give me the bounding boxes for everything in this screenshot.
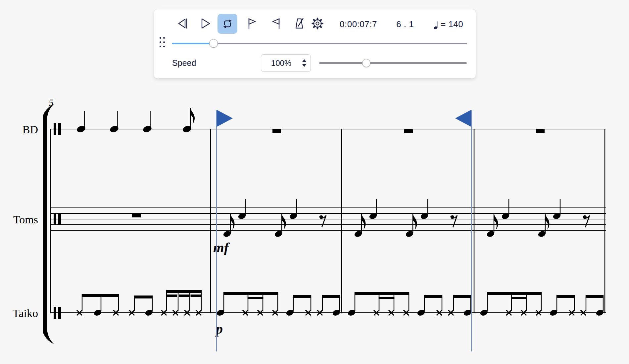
playback-toolbar: 0:00:07:7 6 . 1 = 140 Speed 100% (154, 9, 476, 78)
score-text: Taiko (13, 307, 38, 319)
loop-end-flag-button[interactable] (268, 16, 283, 31)
speed-input[interactable]: 100% (261, 54, 311, 72)
speed-increment-arrow[interactable] (302, 59, 306, 62)
tempo-display: = 140 (434, 19, 463, 29)
tempo-value: = 140 (441, 19, 463, 29)
score-text: mf (213, 240, 230, 255)
settings-gear-icon (311, 17, 324, 30)
loop-end-marker[interactable] (455, 110, 471, 127)
speed-decrement-arrow[interactable] (302, 64, 306, 67)
play-icon (199, 17, 212, 30)
time-display: 0:00:07:7 (340, 19, 377, 29)
score-text: 5 (49, 97, 54, 108)
loop-start-flag-button[interactable] (245, 16, 260, 31)
loop-start-marker[interactable] (217, 110, 233, 127)
settings-button[interactable] (310, 16, 325, 31)
loop-icon (221, 17, 234, 30)
speed-label: Speed (172, 58, 196, 68)
metronome-icon (293, 17, 306, 30)
score-text: BD (23, 123, 38, 136)
loop-button[interactable] (218, 14, 237, 34)
loop-start-flag-icon (246, 17, 259, 30)
progress-thumb[interactable] (209, 39, 218, 48)
progress-fill (172, 43, 214, 44)
measure-beat-display: 6 . 1 (396, 19, 414, 29)
skip-to-start-button[interactable] (175, 16, 190, 31)
speed-track[interactable] (319, 62, 467, 64)
play-button[interactable] (198, 16, 213, 31)
progress-slider[interactable] (172, 39, 467, 48)
speed-slider[interactable] (319, 59, 467, 67)
quarter-note-icon (434, 20, 438, 29)
metronome-button[interactable] (292, 16, 307, 31)
drag-handle-icon[interactable] (160, 37, 165, 49)
speed-value: 100% (261, 59, 299, 68)
speed-thumb[interactable] (362, 59, 370, 67)
score-text: p (215, 321, 223, 337)
loop-end-flag-icon (269, 17, 282, 30)
skip-to-start-icon (176, 17, 189, 30)
score-text: Toms (13, 213, 38, 226)
